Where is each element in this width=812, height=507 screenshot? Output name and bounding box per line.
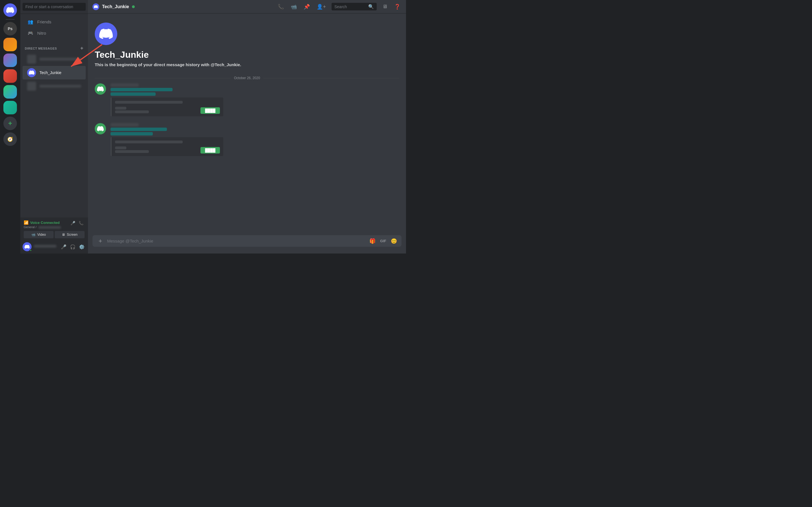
disconnect-voice-button[interactable]: 📞 — [78, 220, 85, 226]
dm-search-container — [20, 0, 88, 14]
server-3[interactable] — [3, 69, 17, 83]
dm-user-1[interactable] — [22, 52, 86, 66]
embed-line-1 — [115, 101, 183, 104]
message-group-2: ████ — [88, 122, 406, 157]
nitro-icon: 🎮 — [27, 30, 34, 36]
message-1-line-2 — [110, 93, 156, 96]
voice-status-label: Voice Connected — [30, 221, 60, 225]
screen-share-button[interactable]: 🖥 Screen — [55, 231, 85, 238]
gift-button[interactable]: 🎁 — [368, 237, 377, 245]
screen-icon: 🖥 — [62, 233, 65, 237]
dm-user-3-name — [40, 85, 81, 88]
nitro-nav-item[interactable]: 🎮 Nitro — [22, 27, 86, 39]
server-divider — [6, 19, 15, 20]
dm-user-1-name — [40, 58, 81, 61]
inbox-button[interactable]: 🖥 — [381, 3, 389, 11]
chat-header-avatar — [93, 3, 99, 10]
deafen-button[interactable]: 🎧 — [69, 243, 77, 251]
bottom-panel: 📶 Voice Connected General / 🎤 📞 — [20, 217, 88, 253]
dm-user-tech-junkie-avatar — [27, 68, 36, 77]
server-2[interactable] — [3, 54, 17, 67]
message-2-header — [110, 123, 399, 126]
dm-user-tech-junkie[interactable]: Tech_Junkie — [22, 66, 86, 79]
dm-nav: 👥 Friends 🎮 Nitro — [20, 14, 88, 41]
embed2-link-button[interactable]: ████ — [200, 147, 220, 154]
dm-section-header: DIRECT MESSAGES + — [20, 41, 88, 52]
phone-button[interactable]: 📞 — [276, 3, 285, 11]
chat-input-box: + 🎁 GIF 😊 — [93, 235, 402, 247]
nitro-label: Nitro — [37, 31, 46, 36]
message-2-line-1 — [110, 128, 167, 131]
dm-user-3[interactable] — [22, 79, 86, 93]
message-1-avatar — [95, 83, 106, 95]
user-panel: 🎤 🎧 ⚙️ — [20, 240, 88, 253]
chat-messages: Tech_Junkie This is the beginning of you… — [88, 13, 406, 235]
video-button[interactable]: 📹 Video — [24, 231, 54, 238]
message-2-content: ████ — [110, 123, 399, 156]
message-1-content: ████ — [110, 83, 399, 116]
chat-intro-avatar — [95, 22, 117, 45]
voice-status: 📶 Voice Connected — [24, 220, 61, 225]
embed-small-1 — [115, 107, 126, 110]
dm-sidebar: 👥 Friends 🎮 Nitro DIRECT MESSAGES + — [20, 0, 88, 253]
server-5[interactable] — [3, 101, 17, 114]
user-status-dot — [30, 249, 32, 251]
add-attachment-button[interactable]: + — [96, 237, 105, 245]
message-2-embed: ████ — [110, 137, 223, 156]
pin-button[interactable]: 📌 — [303, 3, 311, 11]
user-panel-info — [34, 245, 57, 249]
friends-nav-item[interactable]: 👥 Friends — [22, 16, 86, 27]
chat-intro: Tech_Junkie This is the beginning of you… — [88, 18, 406, 74]
home-button[interactable] — [3, 3, 17, 17]
date-label: October 26, 2020 — [234, 76, 260, 80]
video-call-button[interactable]: 📹 — [290, 3, 298, 11]
mute-voice-button[interactable]: 🎤 — [69, 220, 77, 226]
gif-button[interactable]: GIF — [379, 238, 388, 244]
discover-button[interactable]: 🧭 — [3, 132, 17, 146]
chat-intro-desc: This is the beginning of your direct mes… — [95, 62, 399, 67]
search-input[interactable] — [22, 3, 86, 11]
embed-row: ████ — [115, 106, 220, 114]
server-sidebar: Ps + 🧭 — [0, 0, 20, 253]
message-1-header — [110, 83, 399, 87]
user-panel-avatar — [22, 242, 32, 251]
input-right-actions: 🎁 GIF 😊 — [368, 237, 398, 245]
message-2-line-2 — [110, 132, 153, 135]
chat-header-user: Tech_Junkie — [93, 3, 273, 10]
message-1-author — [110, 83, 139, 87]
server-1[interactable] — [3, 38, 17, 51]
help-button[interactable]: ❓ — [393, 3, 402, 11]
dm-user-tech-junkie-name: Tech_Junkie — [40, 70, 61, 75]
server-ps-label: Ps — [8, 26, 12, 31]
header-search-input[interactable] — [335, 4, 366, 9]
friends-icon: 👥 — [27, 18, 34, 25]
dm-user-3-avatar — [27, 82, 36, 91]
server-4[interactable] — [3, 85, 17, 99]
dm-user-1-avatar — [27, 55, 36, 64]
add-friend-button[interactable]: 👤+ — [315, 3, 327, 11]
voice-connected-panel: 📶 Voice Connected General / 🎤 📞 — [20, 217, 88, 240]
settings-button[interactable]: ⚙️ — [78, 243, 86, 251]
embed2-small-2 — [115, 150, 149, 153]
user-panel-name — [34, 245, 56, 247]
message-1-line-1 — [110, 88, 172, 91]
date-divider: October 26, 2020 — [88, 74, 406, 82]
online-indicator — [132, 5, 135, 8]
message-2-avatar — [95, 123, 106, 134]
server-ps[interactable]: Ps — [3, 22, 17, 36]
add-dm-button[interactable]: + — [80, 45, 84, 51]
voice-channel-name — [38, 226, 61, 229]
voice-channel-label: General / — [24, 225, 61, 229]
embed-link-button[interactable]: ████ — [200, 107, 220, 114]
friends-label: Friends — [37, 19, 51, 24]
embed2-row: ████ — [115, 146, 220, 154]
voice-bars-icon: 📶 — [24, 220, 29, 225]
user-panel-actions: 🎤 🎧 ⚙️ — [60, 243, 86, 251]
main-chat: Tech_Junkie 📞 📹 📌 👤+ 🔍 🖥 ❓ — [88, 0, 406, 253]
chat-header-avatar-wrapper — [93, 3, 99, 10]
search-icon: 🔍 — [368, 4, 374, 9]
mute-button[interactable]: 🎤 — [60, 243, 68, 251]
add-server-button[interactable]: + — [3, 117, 17, 130]
message-input[interactable] — [107, 235, 366, 247]
emoji-button[interactable]: 😊 — [390, 237, 398, 245]
